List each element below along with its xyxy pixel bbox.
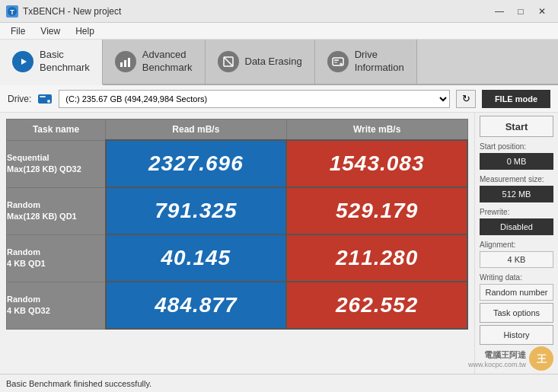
watermark-text: 電腦王阿達 <box>468 349 526 361</box>
history-button[interactable]: History <box>480 325 553 345</box>
writing-data-value: Random number <box>480 284 553 301</box>
svg-rect-6 <box>128 58 130 67</box>
svg-rect-14 <box>40 96 46 97</box>
close-button[interactable]: ✕ <box>532 4 552 19</box>
data-erasing-icon <box>218 51 239 72</box>
menu-view[interactable]: View <box>33 24 68 38</box>
start-position-label: Start position: <box>480 142 553 151</box>
svg-rect-4 <box>120 62 123 67</box>
read-value-3: 484.877 <box>106 282 287 329</box>
svg-text:T: T <box>10 8 14 16</box>
menu-file[interactable]: File <box>3 24 33 38</box>
basic-benchmark-label: Basic Benchmark <box>40 49 90 75</box>
toolbar: Basic Benchmark Advanced Benchmark Data … <box>0 40 558 85</box>
writing-data-label: Writing data: <box>480 273 553 282</box>
table-row: Random 4 KB QD32 484.877 262.552 <box>7 282 468 329</box>
write-value-1: 529.179 <box>286 187 467 234</box>
data-erasing-label: Data Erasing <box>245 56 302 69</box>
write-value-3: 262.552 <box>286 282 467 329</box>
col-task-name: Task name <box>7 120 106 141</box>
drive-bar: Drive: (C:) 235.67 GB (494,249,984 Secto… <box>0 85 558 113</box>
tab-drive-information[interactable]: Drive Information <box>315 40 417 84</box>
svg-point-10 <box>340 63 342 65</box>
row-label-0: Sequential Max(128 KB) QD32 <box>7 140 106 187</box>
window-title: TxBENCH - New project <box>23 6 121 17</box>
tab-basic-benchmark[interactable]: Basic Benchmark <box>0 40 103 85</box>
svg-point-15 <box>47 100 50 103</box>
alignment-label: Alignment: <box>480 241 553 249</box>
window-controls: — □ ✕ <box>489 4 552 19</box>
tab-advanced-benchmark[interactable]: Advanced Benchmark <box>103 40 206 84</box>
app-icon: T <box>6 5 18 18</box>
read-value-1: 791.325 <box>106 187 287 234</box>
write-value-2: 211.280 <box>286 234 467 282</box>
status-bar: Basic Benchmark finished successfully. <box>0 374 558 392</box>
menu-help[interactable]: Help <box>68 24 102 38</box>
row-label-1: Random Max(128 KB) QD1 <box>7 187 106 234</box>
watermark-url: www.kocpc.com.tw <box>468 361 526 368</box>
benchmark-table: Task name Read mB/s Write mB/s Sequentia… <box>6 119 468 330</box>
prewrite-label: Prewrite: <box>480 208 553 216</box>
svg-text:王: 王 <box>537 353 547 365</box>
read-value-2: 40.145 <box>106 234 287 282</box>
write-value-0: 1543.083 <box>286 140 467 187</box>
minimize-button[interactable]: — <box>489 4 509 19</box>
measurement-size-value: 512 MB <box>480 186 553 202</box>
status-text: Basic Benchmark finished successfully. <box>6 379 151 388</box>
col-write: Write mB/s <box>286 120 467 141</box>
menu-bar: File View Help <box>0 23 558 40</box>
basic-benchmark-icon <box>12 51 33 72</box>
drive-select[interactable]: (C:) 235.67 GB (494,249,984 Sectors) <box>59 90 450 108</box>
tab-data-erasing[interactable]: Data Erasing <box>206 40 315 84</box>
drive-icon <box>37 91 53 107</box>
table-row: Sequential Max(128 KB) QD32 2327.696 154… <box>7 140 468 187</box>
task-options-button[interactable]: Task options <box>480 303 553 323</box>
drive-information-label: Drive Information <box>355 49 404 75</box>
main-area: Task name Read mB/s Write mB/s Sequentia… <box>0 113 558 374</box>
read-value-0: 2327.696 <box>106 140 287 187</box>
watermark-icon: 王 <box>529 346 553 371</box>
svg-line-8 <box>224 57 233 66</box>
advanced-benchmark-icon <box>115 51 136 72</box>
drive-information-icon <box>327 51 349 72</box>
start-button[interactable]: Start <box>480 116 553 137</box>
title-bar-left: T TxBENCH - New project <box>6 5 121 18</box>
col-read: Read mB/s <box>106 120 287 141</box>
measurement-size-label: Measurement size: <box>480 175 553 183</box>
file-mode-button[interactable]: FILE mode <box>482 90 550 108</box>
maximize-button[interactable]: □ <box>511 4 531 19</box>
drive-label-text: Drive: <box>8 94 31 104</box>
refresh-button[interactable]: ↻ <box>456 90 476 108</box>
advanced-benchmark-label: Advanced Benchmark <box>142 49 193 75</box>
row-label-3: Random 4 KB QD32 <box>7 282 106 329</box>
svg-rect-5 <box>124 60 126 67</box>
table-row: Random Max(128 KB) QD1 791.325 529.179 <box>7 187 468 234</box>
title-bar: T TxBENCH - New project — □ ✕ <box>0 0 558 23</box>
prewrite-value: Disabled <box>480 218 553 235</box>
alignment-value: 4 KB <box>480 251 553 268</box>
row-label-2: Random 4 KB QD1 <box>7 234 106 282</box>
benchmark-area: Task name Read mB/s Write mB/s Sequentia… <box>0 113 474 374</box>
right-panel: Start Start position: 0 MB Measurement s… <box>474 113 558 374</box>
watermark: 電腦王阿達 www.kocpc.com.tw 王 <box>468 346 553 371</box>
start-position-value: 0 MB <box>480 153 553 170</box>
table-row: Random 4 KB QD1 40.145 211.280 <box>7 234 468 282</box>
